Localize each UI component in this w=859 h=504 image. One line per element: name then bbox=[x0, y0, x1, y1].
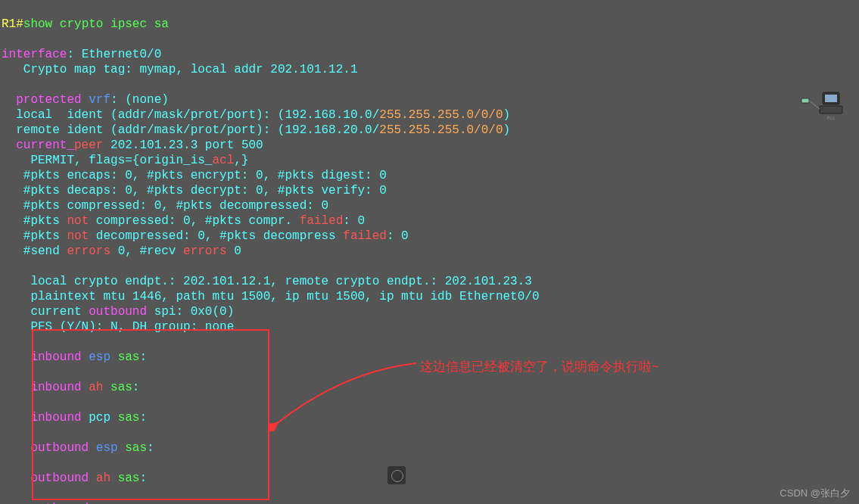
pfs-line: PFS (Y/N): N, DH group: none bbox=[2, 320, 234, 334]
device-icon: PC1 bbox=[800, 91, 845, 121]
pkts-encaps: #pkts encaps: 0, #pkts encrypt: 0, #pkts… bbox=[2, 169, 387, 182]
local-addr: 202.101.12.1 bbox=[270, 63, 357, 76]
local-ident-ip: 192.168.10.0 bbox=[285, 108, 372, 122]
local-endpt: 202.101.12.1 bbox=[183, 275, 270, 288]
command: show crypto ipsec sa bbox=[23, 17, 169, 31]
pkts-compressed: #pkts compressed: 0, #pkts decompressed:… bbox=[2, 199, 328, 213]
svg-line-5 bbox=[809, 101, 820, 109]
svg-rect-2 bbox=[820, 106, 842, 114]
prompt: R1# bbox=[2, 17, 23, 31]
svg-text:PC1: PC1 bbox=[827, 116, 836, 121]
watermark: CSDN @张白夕 bbox=[780, 487, 850, 499]
annotation-text: 这边信息已经被清空了，说明命令执行啦~ bbox=[420, 359, 659, 375]
search-icon bbox=[387, 466, 406, 484]
interface-value: Ethernet0/0 bbox=[82, 48, 162, 61]
mtu-line: plaintext mtu 1446, path mtu 1500, ip mt… bbox=[2, 290, 540, 303]
svg-rect-1 bbox=[825, 95, 837, 102]
terminal-output: R1#show crypto ipsec sa interface: Ether… bbox=[0, 0, 859, 504]
remote-endpt: 202.101.23.3 bbox=[445, 275, 532, 288]
peer-ip: 202.101.23.3 bbox=[110, 138, 198, 152]
interface-kw: interface bbox=[2, 48, 67, 61]
pkts-decaps: #pkts decaps: 0, #pkts decrypt: 0, #pkts… bbox=[2, 184, 387, 198]
map-tag: mymap bbox=[139, 63, 176, 76]
svg-rect-4 bbox=[801, 98, 809, 103]
remote-ident-ip: 192.168.20.0 bbox=[285, 123, 372, 137]
